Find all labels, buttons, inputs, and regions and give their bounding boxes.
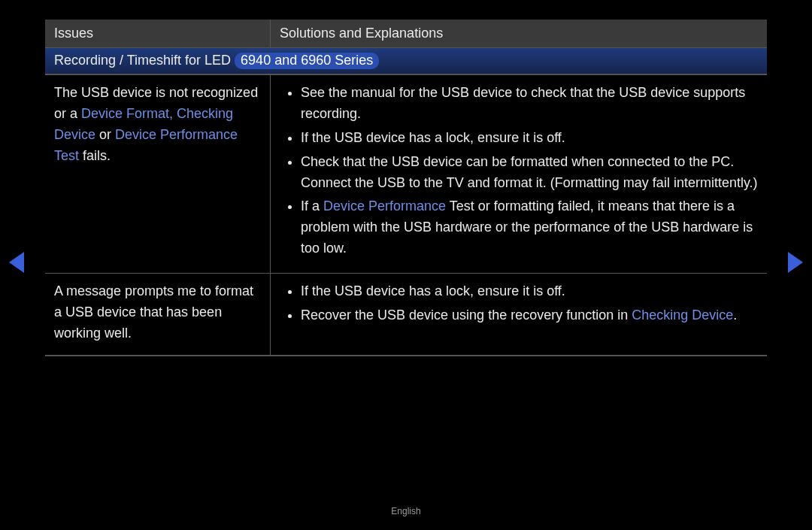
list-item-highlight: Checking Device (632, 307, 733, 323)
list-item-text: . (733, 307, 737, 323)
table-row: A message prompts me to format a USB dev… (45, 274, 767, 356)
issue-text: fails. (79, 148, 111, 163)
page-footer-language: English (0, 506, 812, 516)
issue-cell: A message prompts me to format a USB dev… (45, 274, 271, 355)
table-row: The USB device is not recognized or a De… (45, 75, 767, 274)
list-item: See the manual for the USB device to che… (301, 83, 758, 125)
solution-cell: See the manual for the USB device to che… (271, 75, 767, 273)
header-solutions: Solutions and Explanations (271, 20, 767, 47)
list-item: If a Device Performance Test or formatti… (301, 196, 758, 259)
list-item: Recover the USB device using the recover… (301, 305, 758, 326)
list-item: If the USB device has a lock, ensure it … (301, 281, 758, 302)
table-header-row: Issues Solutions and Explanations (45, 20, 767, 48)
solution-list: See the manual for the USB device to che… (283, 83, 758, 259)
list-item: Check that the USB device can be formatt… (301, 152, 758, 194)
list-item: If the USB device has a lock, ensure it … (301, 128, 758, 149)
next-page-arrow[interactable] (788, 252, 803, 273)
list-item-highlight: Device Performance (323, 198, 446, 214)
section-title-prefix: Recording / Timeshift for LED (54, 53, 235, 68)
header-issues: Issues (45, 20, 271, 47)
content-table: Issues Solutions and Explanations Record… (45, 20, 767, 356)
section-header: Recording / Timeshift for LED 6940 and 6… (45, 48, 767, 75)
solution-list: If the USB device has a lock, ensure it … (283, 281, 758, 326)
series-tag: 6940 and 6960 Series (235, 53, 379, 69)
list-item-text: Recover the USB device using the recover… (301, 307, 632, 323)
issue-text: A message prompts me to format a USB dev… (54, 283, 253, 341)
solution-cell: If the USB device has a lock, ensure it … (271, 274, 767, 355)
list-item-text: If a (301, 198, 323, 214)
prev-page-arrow[interactable] (9, 252, 24, 273)
issue-cell: The USB device is not recognized or a De… (45, 75, 271, 273)
issue-text: or (95, 127, 115, 142)
